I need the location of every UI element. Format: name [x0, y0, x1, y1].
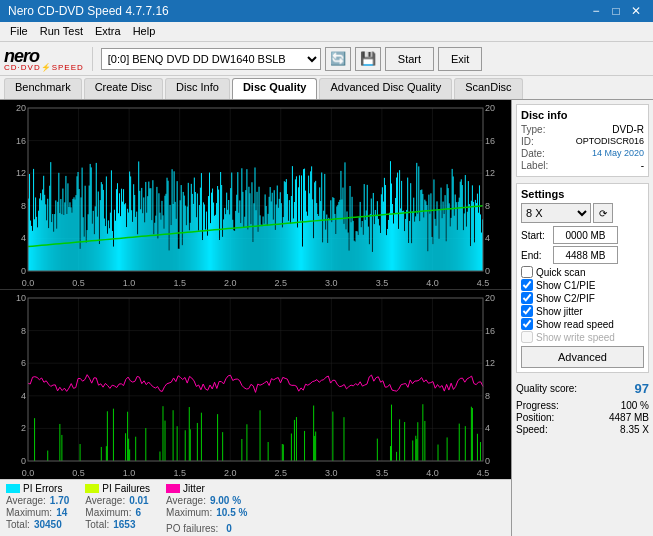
upper-chart-canvas [0, 100, 511, 289]
jitter-label-text: Jitter [183, 483, 205, 494]
pi-errors-total-label: Total: [6, 519, 30, 530]
tab-disc-quality[interactable]: Disc Quality [232, 78, 318, 99]
quality-score-value: 97 [635, 381, 649, 396]
show-c2-pif-label: Show C2/PIF [536, 293, 595, 304]
drive-selector[interactable]: [0:0] BENQ DVD DD DW1640 BSLB [101, 48, 321, 70]
minimize-button[interactable]: − [587, 3, 605, 19]
speed-row-prog: Speed: 8.35 X [516, 424, 649, 435]
progress-label: Progress: [516, 400, 559, 411]
menu-run-test[interactable]: Run Test [34, 24, 89, 39]
save-button[interactable]: 💾 [355, 47, 381, 71]
lower-chart [0, 289, 511, 479]
tab-create-disc[interactable]: Create Disc [84, 78, 163, 99]
show-c1-pie-checkbox[interactable] [521, 279, 533, 291]
end-mb-row: End: [521, 246, 644, 264]
tab-benchmark[interactable]: Benchmark [4, 78, 82, 99]
jitter-avg-value: 9.00 % [210, 495, 241, 506]
pi-errors-max-value: 14 [56, 507, 67, 518]
po-failures-value: 0 [226, 523, 232, 534]
maximize-button[interactable]: □ [607, 3, 625, 19]
window-controls: − □ ✕ [587, 3, 645, 19]
toolbar-separator [92, 47, 93, 71]
legend-jitter: Jitter Average: 9.00 % Maximum: 10.5 % P… [166, 483, 247, 534]
right-panel: Disc info Type: DVD-R ID: OPTODISCR016 D… [511, 100, 653, 536]
progress-section: Progress: 100 % Position: 4487 MB Speed:… [516, 400, 649, 436]
show-jitter-label: Show jitter [536, 306, 583, 317]
pi-errors-label-text: PI Errors [23, 483, 62, 494]
legend-pi-errors-label: PI Errors [6, 483, 69, 494]
disc-label-label: Label: [521, 160, 548, 171]
disc-id-value: OPTODISCR016 [576, 136, 644, 147]
disc-label-row: Label: - [521, 160, 644, 171]
jitter-color-box [166, 484, 180, 493]
po-failures-label: PO failures: [166, 523, 218, 534]
show-c1-pie-label: Show C1/PIE [536, 280, 595, 291]
close-button[interactable]: ✕ [627, 3, 645, 19]
pi-failures-average-row: Average: 0.01 [85, 495, 150, 506]
start-button[interactable]: Start [385, 47, 434, 71]
pi-failures-color-box [85, 484, 99, 493]
exit-button[interactable]: Exit [438, 47, 482, 71]
pi-errors-total-row: Total: 30450 [6, 519, 69, 530]
show-write-speed-row: Show write speed [521, 331, 644, 343]
menubar: File Run Test Extra Help [0, 22, 653, 42]
pi-errors-avg-value: 1.70 [50, 495, 69, 506]
position-row: Position: 4487 MB [516, 412, 649, 423]
show-read-speed-checkbox[interactable] [521, 318, 533, 330]
disc-id-row: ID: OPTODISCR016 [521, 136, 644, 147]
legend-pi-errors: PI Errors Average: 1.70 Maximum: 14 Tota… [6, 483, 69, 530]
show-c1-pie-row: Show C1/PIE [521, 279, 644, 291]
main-content: PI Errors Average: 1.70 Maximum: 14 Tota… [0, 100, 653, 536]
disc-date-value: 14 May 2020 [592, 148, 644, 159]
jitter-max-value: 10.5 % [216, 507, 247, 518]
speed-value: 8.35 X [620, 424, 649, 435]
upper-chart [0, 100, 511, 289]
tab-scan-disc[interactable]: ScanDisc [454, 78, 522, 99]
speed-selector[interactable]: 8 X 1 X 2 X 4 X 12 X 16 X [521, 203, 591, 223]
end-mb-input[interactable] [553, 246, 618, 264]
pi-errors-color-box [6, 484, 20, 493]
show-write-speed-checkbox [521, 331, 533, 343]
start-mb-row: Start: [521, 226, 644, 244]
show-jitter-row: Show jitter [521, 305, 644, 317]
disc-id-label: ID: [521, 136, 534, 147]
tab-bar: Benchmark Create Disc Disc Info Disc Qua… [0, 76, 653, 100]
progress-row: Progress: 100 % [516, 400, 649, 411]
start-mb-label: Start: [521, 230, 551, 241]
speed-row: 8 X 1 X 2 X 4 X 12 X 16 X ⟳ [521, 203, 644, 223]
disc-type-value: DVD-R [612, 124, 644, 135]
disc-date-row: Date: 14 May 2020 [521, 148, 644, 159]
end-mb-label: End: [521, 250, 551, 261]
legend-area: PI Errors Average: 1.70 Maximum: 14 Tota… [0, 479, 511, 536]
quality-score-row: Quality score: 97 [516, 381, 649, 396]
quick-scan-checkbox[interactable] [521, 266, 533, 278]
pi-errors-average-row: Average: 1.70 [6, 495, 69, 506]
tab-disc-info[interactable]: Disc Info [165, 78, 230, 99]
menu-file[interactable]: File [4, 24, 34, 39]
pi-errors-maximum-row: Maximum: 14 [6, 507, 69, 518]
pi-failures-max-label: Maximum: [85, 507, 131, 518]
pi-failures-label-text: PI Failures [102, 483, 150, 494]
disc-info-section: Disc info Type: DVD-R ID: OPTODISCR016 D… [516, 104, 649, 177]
settings-icon-button[interactable]: ⟳ [593, 203, 613, 223]
pi-failures-maximum-row: Maximum: 6 [85, 507, 150, 518]
menu-extra[interactable]: Extra [89, 24, 127, 39]
progress-value: 100 % [621, 400, 649, 411]
menu-help[interactable]: Help [127, 24, 162, 39]
legend-pi-failures: PI Failures Average: 0.01 Maximum: 6 Tot… [85, 483, 150, 530]
refresh-button[interactable]: 🔄 [325, 47, 351, 71]
start-mb-input[interactable] [553, 226, 618, 244]
settings-section: Settings 8 X 1 X 2 X 4 X 12 X 16 X ⟳ Sta… [516, 183, 649, 373]
quality-score-label: Quality score: [516, 383, 577, 394]
advanced-button[interactable]: Advanced [521, 346, 644, 368]
legend-jitter-label: Jitter [166, 483, 247, 494]
pi-errors-total-value: 30450 [34, 519, 62, 530]
show-c2-pif-checkbox[interactable] [521, 292, 533, 304]
position-label: Position: [516, 412, 554, 423]
show-c2-pif-row: Show C2/PIF [521, 292, 644, 304]
titlebar: Nero CD-DVD Speed 4.7.7.16 − □ ✕ [0, 0, 653, 22]
tab-advanced-disc-quality[interactable]: Advanced Disc Quality [319, 78, 452, 99]
disc-type-label: Type: [521, 124, 545, 135]
show-jitter-checkbox[interactable] [521, 305, 533, 317]
disc-info-title: Disc info [521, 109, 644, 121]
